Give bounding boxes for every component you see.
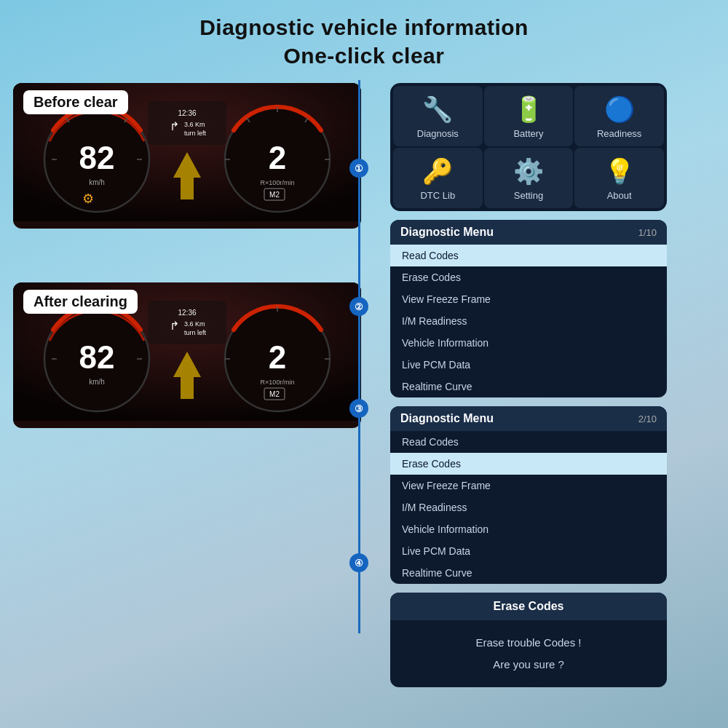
menu1-item-read-codes[interactable]: Read Codes (390, 245, 667, 266)
menu1-item-vehicle-info[interactable]: Vehicle Information (390, 332, 667, 354)
svg-text:⚙: ⚙ (82, 191, 94, 206)
svg-text:2: 2 (269, 140, 286, 175)
svg-text:82: 82 (79, 140, 115, 175)
menu2-header: Diagnostic Menu 2/10 (390, 406, 667, 431)
svg-text:km/h: km/h (89, 378, 105, 386)
battery-icon: 🔋 (513, 95, 544, 124)
svg-text:↱: ↱ (170, 120, 179, 132)
menu1-item-im-readiness[interactable]: I/M Readiness (390, 310, 667, 332)
step-2: ② (349, 297, 368, 316)
step-4: ④ (349, 553, 368, 572)
erase-panel-title: Erase Codes (390, 593, 667, 620)
before-clear-section: Before clear 82 (13, 83, 377, 243)
menu2-item-read-codes[interactable]: Read Codes (390, 431, 667, 453)
icon-battery[interactable]: 🔋 Battery (484, 86, 574, 146)
erase-line2: Are you sure ? (390, 654, 667, 676)
menu2-item-live-pcm[interactable]: Live PCM Data (390, 540, 667, 562)
diagnosis-label: Diagnosis (417, 128, 459, 139)
page-title: Diagnostic vehicle information One-click… (0, 0, 728, 77)
menu2-item-realtime-curve[interactable]: Realtime Curve (390, 562, 667, 584)
svg-text:R×100r/min: R×100r/min (261, 379, 295, 386)
readiness-icon: 🔵 (604, 95, 635, 124)
svg-text:M2: M2 (269, 390, 280, 398)
setting-label: Setting (514, 190, 543, 201)
after-clearing-section: After clearing 82 km/h (13, 282, 377, 443)
about-icon: 💡 (604, 157, 635, 186)
erase-panel-body: Erase trouble Codes ! Are you sure ? (390, 632, 667, 676)
menu2-page: 2/10 (638, 414, 657, 424)
step-3: ③ (349, 399, 368, 418)
svg-text:12:36: 12:36 (178, 109, 196, 117)
dtclib-label: DTC Lib (420, 190, 455, 201)
menu1-item-erase-codes[interactable]: Erase Codes (390, 266, 667, 288)
svg-text:↱: ↱ (170, 320, 179, 332)
icon-readiness[interactable]: 🔵 Readiness (574, 86, 664, 146)
menu1-header: Diagnostic Menu 1/10 (390, 220, 667, 245)
icon-diagnosis[interactable]: 🔧 Diagnosis (393, 86, 483, 146)
icon-dtclib[interactable]: 🔑 DTC Lib (393, 148, 483, 208)
battery-label: Battery (513, 128, 543, 139)
setting-icon: ⚙️ (513, 157, 544, 186)
menu2-title: Diagnostic Menu (400, 412, 494, 425)
icon-grid-panel: 🔧 Diagnosis 🔋 Battery 🔵 Readiness 🔑 DTC … (390, 83, 667, 211)
right-column: 🔧 Diagnosis 🔋 Battery 🔵 Readiness 🔑 DTC … (390, 83, 667, 687)
menu1-title: Diagnostic Menu (400, 226, 494, 239)
menu2-item-erase-codes[interactable]: Erase Codes (390, 453, 667, 475)
icon-about[interactable]: 💡 About (574, 148, 664, 208)
menu2-item-im-readiness[interactable]: I/M Readiness (390, 496, 667, 518)
menu1-item-freeze-frame[interactable]: View Freeze Frame (390, 288, 667, 310)
diagnostic-menu-2: Diagnostic Menu 2/10 Read Codes Erase Co… (390, 406, 667, 584)
after-clearing-label: After clearing (23, 290, 138, 314)
menu2-item-freeze-frame[interactable]: View Freeze Frame (390, 475, 667, 496)
menu1-page: 1/10 (638, 227, 657, 238)
before-clear-label: Before clear (23, 90, 128, 114)
readiness-label: Readiness (597, 128, 641, 139)
svg-text:turn left: turn left (184, 329, 207, 336)
svg-text:12:36: 12:36 (178, 309, 196, 317)
menu1-item-realtime-curve[interactable]: Realtime Curve (390, 376, 667, 397)
about-label: About (607, 190, 632, 201)
svg-text:R×100r/min: R×100r/min (261, 179, 295, 186)
svg-text:82: 82 (79, 339, 115, 375)
svg-text:3.6 Km: 3.6 Km (184, 121, 205, 128)
icon-grid: 🔧 Diagnosis 🔋 Battery 🔵 Readiness 🔑 DTC … (390, 83, 667, 211)
svg-text:3.6 Km: 3.6 Km (184, 320, 205, 328)
left-column: Before clear 82 (13, 83, 377, 687)
erase-codes-panel: Erase Codes Erase trouble Codes ! Are yo… (390, 593, 667, 687)
svg-text:turn left: turn left (184, 130, 207, 137)
step-1: ① (349, 159, 368, 178)
erase-line1: Erase trouble Codes ! (390, 632, 667, 654)
diagnostic-menu-1: Diagnostic Menu 1/10 Read Codes Erase Co… (390, 220, 667, 397)
menu2-item-vehicle-info[interactable]: Vehicle Information (390, 518, 667, 540)
svg-text:M2: M2 (269, 191, 280, 199)
diagnosis-icon: 🔧 (422, 95, 453, 124)
icon-setting[interactable]: ⚙️ Setting (484, 148, 574, 208)
menu1-item-live-pcm[interactable]: Live PCM Data (390, 354, 667, 376)
dtclib-icon: 🔑 (422, 157, 453, 186)
svg-text:2: 2 (269, 339, 286, 375)
svg-text:km/h: km/h (89, 178, 105, 186)
